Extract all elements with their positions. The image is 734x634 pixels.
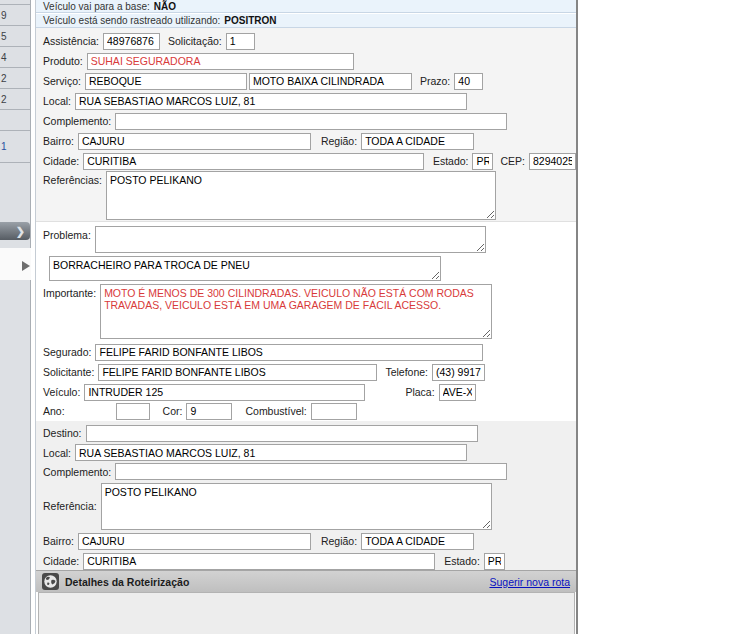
routing-title: Detalhes da Roteirização: [65, 576, 189, 588]
sidebar-row: 2: [0, 89, 30, 110]
regiao2-input[interactable]: [361, 533, 474, 550]
combustivel-input[interactable]: [311, 403, 357, 420]
bairro2-input[interactable]: [78, 533, 311, 550]
regiao-input[interactable]: [361, 133, 474, 150]
regiao-label: Região:: [321, 135, 357, 147]
problema-textarea[interactable]: [95, 226, 486, 253]
solicitacao-label: Solicitação:: [168, 35, 222, 47]
servico-label: Serviço:: [43, 75, 81, 87]
bairro-input[interactable]: [78, 133, 311, 150]
sidebar-row: 2: [0, 68, 30, 89]
cor-label: Cor:: [163, 405, 183, 417]
estado-label: Estado:: [433, 155, 469, 167]
info-bar-label: Veículo vai para a base:: [43, 1, 150, 12]
local2-label: Local:: [43, 447, 71, 459]
sidebar-cell: 2: [1, 73, 7, 84]
sidebar-row: [0, 110, 30, 131]
sidebar-cell-link[interactable]: 1: [1, 141, 7, 152]
regiao2-label: Região:: [321, 535, 357, 547]
info-bar-value: POSITRON: [224, 15, 276, 26]
routing-details-panel: [38, 592, 575, 634]
solicitante-input[interactable]: [98, 364, 377, 381]
local2-input[interactable]: [75, 444, 467, 461]
routing-header: Detalhes da Roteirização Sugerir nova ro…: [36, 570, 576, 592]
cidade2-label: Cidade:: [43, 555, 79, 567]
complemento2-label: Complemento:: [43, 466, 111, 478]
combustivel-label: Combustível:: [245, 405, 306, 417]
problema-extra-textarea[interactable]: BORRACHEIRO PARA TROCA DE PNEU: [49, 256, 441, 281]
complemento-input[interactable]: [115, 113, 507, 130]
problema-label: Problema:: [43, 229, 91, 241]
estado2-input[interactable]: [484, 553, 505, 570]
telefone-label: Telefone:: [385, 366, 428, 378]
left-sidebar: 9 5 4 2 2 1 ❯: [0, 0, 31, 634]
assistencia-label: Assistência:: [43, 35, 99, 47]
importante-label: Importante:: [43, 287, 96, 299]
placa-label: Placa:: [405, 386, 434, 398]
info-bar-tracking: Veículo está sendo rastreado utilizando:…: [36, 14, 576, 28]
sidebar-cell: 4: [1, 52, 7, 63]
produto-input[interactable]: [87, 53, 354, 70]
local-label: Local:: [43, 95, 71, 107]
destino-label: Destino:: [43, 427, 82, 439]
veiculo-input[interactable]: [84, 384, 365, 401]
solicitante-label: Solicitante:: [43, 366, 94, 378]
info-bar-value: NÃO: [154, 1, 176, 12]
sidebar-cell: 9: [1, 10, 7, 21]
veiculo-label: Veículo:: [43, 386, 80, 398]
solicitacao-input[interactable]: [226, 33, 255, 50]
globe-icon: [42, 573, 59, 590]
importante-textarea[interactable]: MOTO É MENOS DE 300 CILINDRADAS. VEICULO…: [100, 284, 492, 339]
cidade-input[interactable]: [83, 153, 424, 170]
sidebar-row-link[interactable]: 1: [0, 131, 30, 163]
play-arrow-icon[interactable]: [22, 261, 30, 271]
sidebar-cell: 2: [1, 94, 7, 105]
suggest-route-link[interactable]: Sugerir nova rota: [489, 576, 570, 588]
bairro2-label: Bairro:: [43, 535, 74, 547]
assistencia-input[interactable]: [103, 33, 160, 50]
sidebar-row: 5: [0, 26, 30, 47]
segurado-label: Segurado:: [43, 346, 91, 358]
ano-label: Ano:: [43, 405, 65, 417]
produto-label: Produto:: [43, 55, 83, 67]
prazo-label: Prazo:: [420, 75, 450, 87]
complemento-label: Complemento:: [43, 115, 111, 127]
placa-input[interactable]: [439, 384, 476, 401]
assistance-form: Veículo vai para a base: NÃO Veículo est…: [35, 0, 578, 634]
destino-input[interactable]: [86, 425, 478, 442]
estado2-label: Estado:: [444, 555, 480, 567]
sidebar-row: 9: [0, 5, 30, 26]
sidebar-collapse-handle[interactable]: ❯: [0, 222, 30, 240]
referencias-textarea[interactable]: POSTO PELIKANO: [106, 171, 496, 220]
complemento2-input[interactable]: [115, 463, 507, 480]
referencia2-label: Referência:: [43, 500, 97, 512]
telefone-input[interactable]: [432, 364, 485, 381]
sidebar-row: 4: [0, 47, 30, 68]
info-bar-label: Veículo está sendo rastreado utilizando:: [43, 15, 220, 26]
service-section: Assistência: Solicitação: Produto: Servi…: [36, 28, 576, 222]
prazo-input[interactable]: [454, 73, 483, 90]
info-bar-base: Veículo vai para a base: NÃO: [36, 0, 576, 13]
cor-input[interactable]: [186, 403, 232, 420]
sidebar-cell: 5: [1, 31, 7, 42]
referencia2-textarea[interactable]: POSTO PELIKANO: [101, 483, 492, 530]
segurado-input[interactable]: [95, 344, 483, 361]
estado-input[interactable]: [472, 153, 493, 170]
local-input[interactable]: [75, 93, 467, 110]
cidade2-input[interactable]: [83, 553, 435, 570]
chevron-right-icon: ❯: [16, 226, 25, 237]
bairro-label: Bairro:: [43, 135, 74, 147]
servico-tipo-input[interactable]: [249, 73, 412, 90]
cidade-label: Cidade:: [43, 155, 79, 167]
cep-label: CEP:: [500, 155, 525, 167]
referencias-label: Referências:: [43, 174, 102, 186]
ano-input[interactable]: [116, 403, 150, 420]
problem-section: Problema: BORRACHEIRO PARA TROCA DE PNEU…: [36, 222, 576, 421]
servico-input[interactable]: [85, 73, 247, 90]
cep-input[interactable]: [529, 153, 576, 170]
destination-section: Destino: Local: Complemento: Referência:…: [36, 421, 576, 570]
